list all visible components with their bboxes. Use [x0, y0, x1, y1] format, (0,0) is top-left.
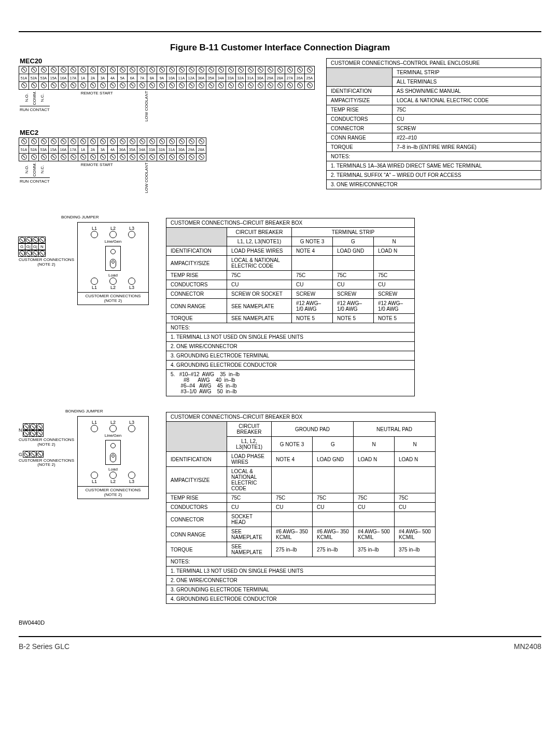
terminal-strip-mec2: 51A52A53A15A16A17A1A2A3A4A36A35A34A33A32… — [19, 137, 206, 161]
circuit-diagram: L1 L2 L3 Line/Gen Load L1 L2 L3 CUSTOMER… — [77, 222, 149, 305]
mec20-label: MEC20 — [20, 57, 315, 65]
circuit-diagram-2: L1 L2 L3 Line/Gen Load L1 L2 L3 CUSTOMER… — [77, 416, 149, 499]
leg-remote-start: REMOTE START — [81, 91, 113, 95]
leg-nc: N.C. — [40, 91, 45, 105]
spec-table-breaker-2: CUSTOMER CONNECTIONS–CIRCUIT BREAKER BOX… — [166, 412, 436, 604]
figure-title: Figure B-11 Customer Interface Connectio… — [19, 43, 541, 53]
leg-no: N.O. — [24, 91, 29, 105]
leg-low-coolant: LOW COOLANT — [144, 91, 149, 121]
bonding-label: BONDING JUMPER — [61, 215, 99, 219]
spec-table-control-panel: CUSTOMER CONNECTIONS–CONTROL PANEL ENCLO… — [326, 58, 541, 189]
spec-table-breaker-1: CUSTOMER CONNECTIONS–CIRCUIT BREAKER BOX… — [166, 218, 415, 396]
leg-comm: COMM. — [32, 91, 37, 105]
leg-run-contact: RUN CONTACT — [20, 106, 50, 112]
drawing-number: BW0440D — [19, 619, 541, 626]
footer-left: B-2 Series GLC — [19, 642, 69, 651]
terminal-strip-mec20: 51A52A53A15A16A17A1A2A3A4A5A6A7A8A9A10A1… — [19, 66, 315, 90]
footer-right: MN2408 — [514, 642, 541, 651]
mec2-label: MEC2 — [20, 129, 315, 136]
